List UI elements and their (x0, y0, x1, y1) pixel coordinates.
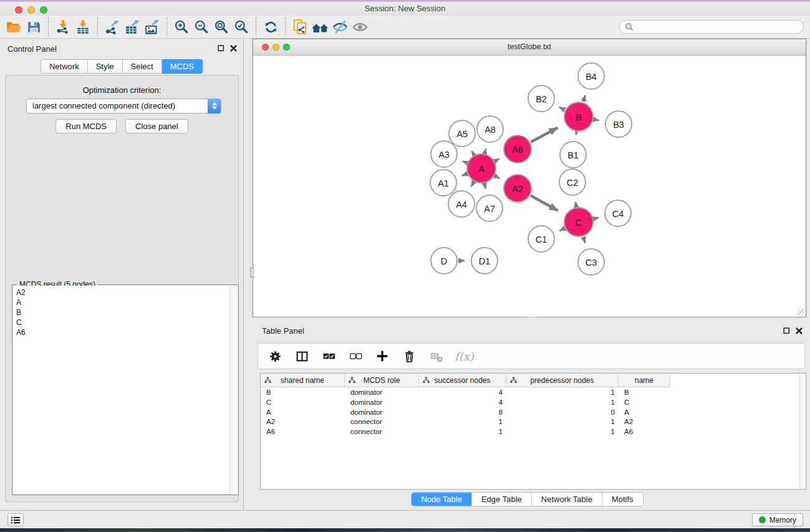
mcds-result-item[interactable]: C (13, 317, 238, 327)
criterion-select[interactable]: largest connected component (directed) (26, 99, 221, 114)
tab-motifs[interactable]: Motifs (602, 493, 643, 506)
column-header-predecessor-nodes[interactable]: predecessor nodes (506, 374, 619, 387)
graph-node-C2[interactable]: C2 (559, 169, 586, 195)
graph-node-A2[interactable]: A2 (504, 175, 531, 202)
save-session-button[interactable] (24, 17, 44, 37)
graph-node-A1[interactable]: A1 (430, 170, 456, 196)
graph-edge-B-B3[interactable] (594, 120, 599, 121)
column-header-mcds-role[interactable]: MCDS role (345, 374, 419, 387)
graph-edge-B-B1[interactable] (576, 132, 577, 135)
graph-node-C4[interactable]: C4 (605, 200, 631, 226)
delete-table-button[interactable] (428, 348, 444, 364)
column-header-name[interactable]: name (619, 374, 670, 387)
graph-edge-A-A6[interactable] (495, 159, 499, 162)
table-row[interactable]: A2connector11A2 (261, 417, 799, 427)
tab-mcds[interactable]: MCDS (162, 59, 203, 74)
hide-graphics-details-button[interactable] (330, 17, 350, 37)
split-panel-button[interactable] (294, 348, 310, 364)
new-network-from-selection-button[interactable] (290, 17, 310, 37)
zoom-in-button[interactable] (171, 17, 191, 37)
graph-node-B[interactable]: B (564, 102, 593, 131)
table-row[interactable]: Bdominator41B (261, 388, 799, 398)
graph-edge-A-A2[interactable] (495, 176, 499, 178)
tab-select[interactable]: Select (123, 59, 162, 74)
first-neighbors-button[interactable] (310, 17, 330, 37)
graph-node-C3[interactable]: C3 (578, 249, 604, 275)
graph-node-A4[interactable]: A4 (448, 191, 475, 217)
graph-node-A5[interactable]: A5 (449, 120, 475, 147)
graph-edge-A-A4[interactable] (471, 182, 474, 186)
open-session-button[interactable] (4, 17, 24, 37)
tab-node-table[interactable]: Node Table (412, 493, 471, 506)
select-all-button[interactable] (321, 348, 337, 364)
refresh-view-button[interactable] (261, 17, 281, 37)
zoom-out-button[interactable] (191, 17, 211, 37)
export-network-button[interactable] (102, 17, 122, 37)
tab-style[interactable]: Style (88, 59, 123, 74)
graph-node-C1[interactable]: C1 (528, 226, 554, 252)
close-panel-icon[interactable] (796, 327, 803, 334)
graph-edge-C-C4[interactable] (594, 218, 598, 219)
scrollbar-track[interactable] (229, 286, 238, 494)
graph-node-B2[interactable]: B2 (528, 85, 554, 112)
graph-node-A7[interactable]: A7 (476, 195, 503, 221)
tab-edge-table[interactable]: Edge Table (471, 493, 531, 506)
graph-node-D1[interactable]: D1 (471, 248, 498, 274)
import-table-button[interactable] (73, 17, 93, 37)
column-header-shared-name[interactable]: shared name (261, 374, 345, 387)
deselect-all-button[interactable] (347, 348, 364, 364)
network-canvas[interactable]: B4B2BB3A5A8A6A3B1AA1C2A2A4A7C4CC1C3DD1 (253, 56, 806, 317)
mcds-result-item[interactable]: A6 (13, 327, 238, 337)
column-header-successor-nodes[interactable]: successor nodes (419, 374, 506, 387)
delete-column-button[interactable] (401, 348, 417, 364)
graph-edge-B-B2[interactable] (559, 107, 565, 110)
show-graphics-details-button[interactable] (350, 17, 370, 37)
tab-network[interactable]: Network (41, 59, 88, 74)
graph-node-A8[interactable]: A8 (477, 116, 503, 142)
resize-grip[interactable] (798, 309, 806, 317)
function-builder-button[interactable]: f(x) (455, 350, 474, 363)
graph-edge-A2-C[interactable] (531, 196, 558, 211)
graph-node-B4[interactable]: B4 (578, 63, 604, 89)
mcds-result-item[interactable]: A2 (13, 286, 238, 297)
graph-node-A[interactable]: A (467, 154, 496, 183)
graph-edge-C-C3[interactable] (584, 237, 586, 243)
graph-edge-A6-B[interactable] (531, 128, 557, 142)
graph-edge-A-A7[interactable] (485, 184, 486, 189)
task-history-button[interactable] (7, 513, 24, 526)
run-mcds-button[interactable]: Run MCDS (55, 119, 117, 133)
zoom-fit-button[interactable] (211, 17, 231, 37)
graph-edge-C-C1[interactable] (559, 228, 564, 231)
panel-divider-handle[interactable] (250, 268, 254, 278)
float-panel-icon[interactable] (218, 45, 224, 52)
graph-edge-A-A8[interactable] (485, 148, 486, 153)
graph-node-B1[interactable]: B1 (560, 142, 586, 168)
graph-node-A6[interactable]: A6 (504, 135, 531, 163)
table-row[interactable]: A6connector11A6 (261, 427, 799, 437)
table-row[interactable]: Cdominator41C (261, 398, 799, 408)
search-field[interactable] (619, 20, 804, 34)
graph-node-C[interactable]: C (564, 208, 593, 236)
graph-node-B3[interactable]: B3 (605, 111, 632, 137)
import-network-button[interactable] (53, 17, 73, 37)
mcds-result-item[interactable]: B (13, 307, 238, 317)
scrollbar-track[interactable] (799, 374, 806, 489)
close-panel-button[interactable]: Close panel (125, 119, 188, 133)
graph-node-D[interactable]: D (431, 248, 457, 274)
network-window-titlebar[interactable]: testGlobe.txt (253, 39, 806, 56)
graph-edge-A-A5[interactable] (472, 151, 474, 155)
tab-network-table[interactable]: Network Table (531, 493, 602, 506)
memory-button[interactable]: Memory (752, 513, 803, 526)
search-input[interactable] (637, 22, 798, 32)
add-column-button[interactable] (374, 348, 390, 364)
float-panel-icon[interactable] (783, 327, 790, 334)
graph-node-A3[interactable]: A3 (431, 141, 457, 167)
graph-edge-C-C2[interactable] (576, 202, 576, 207)
zoom-selected-button[interactable] (231, 17, 251, 37)
export-table-button[interactable] (122, 17, 142, 37)
close-panel-icon[interactable] (230, 45, 237, 52)
graph-edge-B-B4[interactable] (583, 95, 585, 102)
table-settings-button[interactable] (267, 348, 283, 364)
mcds-result-item[interactable]: A (13, 297, 238, 307)
table-row[interactable]: Adominator80A (261, 408, 799, 418)
